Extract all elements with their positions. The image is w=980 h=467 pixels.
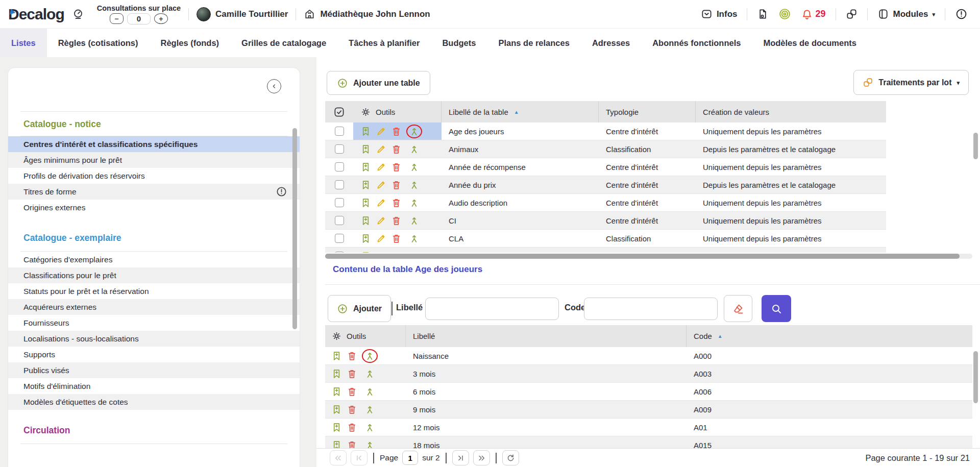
sidebar-item[interactable]: Statuts pour le prêt et la réservation [8, 283, 300, 299]
delete-icon[interactable] [347, 440, 357, 449]
add-value-icon[interactable] [360, 144, 371, 155]
add-value-icon[interactable] [360, 233, 371, 244]
row-checkbox[interactable] [335, 162, 344, 171]
label-column-header[interactable]: Libellé [406, 325, 687, 347]
hierarchy-icon[interactable] [364, 422, 375, 433]
table-label-cell[interactable]: Année de récompense [442, 158, 599, 176]
sidebar-item[interactable]: Motifs d'élimination [8, 378, 300, 394]
tab[interactable]: Tâches à planifier [337, 29, 431, 57]
delete-icon[interactable] [391, 126, 402, 137]
sidebar-item[interactable]: Modèles d'étiquettes de cotes [8, 394, 300, 410]
code-column-header[interactable]: Code ▲ [687, 325, 972, 347]
add-value-icon[interactable] [331, 440, 342, 449]
sidebar-item[interactable]: Catégories d'exemplaires [8, 252, 300, 267]
typology-column-header[interactable]: Typologie [599, 101, 696, 122]
sidebar-item[interactable]: Fournisseurs [8, 315, 300, 331]
edit-icon[interactable] [376, 180, 386, 190]
edit-icon[interactable] [376, 162, 386, 173]
tab[interactable]: Règles (fonds) [149, 29, 230, 57]
hierarchy-icon[interactable] [409, 251, 420, 253]
delete-icon[interactable] [347, 386, 357, 397]
row-checkbox[interactable] [335, 252, 344, 253]
add-value-icon[interactable] [331, 404, 342, 415]
app-logo[interactable]: Decalog [8, 6, 64, 23]
value-label-cell[interactable]: 9 mois [406, 401, 687, 418]
table-label-cell[interactable]: Age des joueurs [442, 122, 599, 140]
edit-icon[interactable] [376, 198, 386, 208]
sidebar-collapse-button[interactable] [267, 79, 281, 93]
tab[interactable]: Grilles de catalogage [230, 29, 337, 57]
last-page-button[interactable] [473, 450, 490, 465]
batch-actions-button[interactable]: Traitements par lot ▾ [853, 70, 969, 95]
sidebar-item[interactable]: Localisations - sous-localisations [8, 331, 300, 347]
help-icon[interactable] [955, 8, 968, 20]
sidebar-item[interactable]: Âges minimums pour le prêt [8, 152, 300, 168]
add-value-icon[interactable] [360, 251, 371, 253]
tab[interactable]: Plans de relances [487, 29, 580, 57]
edit-icon[interactable] [376, 144, 386, 155]
counter-value-field[interactable] [127, 13, 151, 24]
sidebar-item[interactable]: Publics visés [8, 362, 300, 378]
hierarchy-icon[interactable] [364, 440, 375, 449]
tables-list-scrollbar[interactable] [973, 133, 978, 159]
table-label-cell[interactable]: Audio description [442, 194, 599, 211]
chain-icon[interactable] [846, 8, 857, 20]
sidebar-item[interactable]: Titres de forme [8, 184, 300, 200]
horizontal-scrollbar[interactable] [325, 254, 972, 259]
delete-icon[interactable] [391, 215, 402, 226]
hierarchy-icon[interactable] [409, 215, 420, 226]
hierarchy-icon[interactable] [409, 162, 420, 173]
table-label-cell[interactable]: CI [442, 212, 599, 229]
sidebar-scrollbar[interactable] [292, 128, 297, 329]
row-checkbox[interactable] [335, 216, 344, 225]
edit-icon[interactable] [376, 126, 386, 137]
modules-menu[interactable]: Modules ▾ [877, 8, 935, 20]
table-label-cell[interactable]: Animaux [442, 140, 599, 158]
table-content-scrollbar[interactable] [973, 351, 978, 403]
hierarchy-icon[interactable] [409, 198, 420, 208]
sidebar-item[interactable]: Origines externes [8, 200, 300, 215]
delete-icon[interactable] [391, 251, 402, 253]
clear-filters-button[interactable] [724, 295, 752, 322]
page-number-input[interactable] [402, 451, 418, 465]
value-label-cell[interactable]: 12 mois [406, 419, 687, 436]
value-label-cell[interactable]: 18 mois [406, 436, 687, 448]
row-checkbox[interactable] [335, 180, 344, 189]
row-checkbox[interactable] [335, 234, 344, 243]
library-selector[interactable]: Médiathèque John Lennon [304, 8, 430, 20]
code-filter-input[interactable] [584, 298, 718, 320]
edit-icon[interactable] [376, 233, 386, 244]
libelle-filter-input[interactable] [425, 298, 559, 320]
sidebar-item[interactable]: Supports [8, 347, 300, 362]
add-value-icon[interactable] [360, 215, 371, 226]
edit-icon[interactable] [376, 251, 386, 253]
value-label-cell[interactable]: 3 mois [406, 365, 687, 382]
table-label-cell[interactable] [442, 248, 599, 253]
sidebar-item[interactable]: Centres d'intérêt et classifications spé… [8, 136, 300, 152]
add-value-button[interactable]: Ajouter [328, 295, 391, 322]
value-label-cell[interactable]: Naissance [406, 347, 687, 364]
tab[interactable]: Budgets [431, 29, 487, 57]
delete-icon[interactable] [391, 180, 402, 190]
tab[interactable]: Adresses [581, 29, 641, 57]
delete-icon[interactable] [347, 404, 357, 415]
search-button[interactable] [762, 295, 791, 322]
next-page-button[interactable] [452, 450, 469, 465]
label-column-header[interactable]: Libellé de la table ▲ [442, 101, 599, 122]
add-value-icon[interactable] [360, 126, 371, 137]
row-checkbox[interactable] [335, 144, 344, 154]
creation-column-header[interactable]: Création de valeurs [696, 101, 886, 122]
user-menu[interactable]: Camille Tourtillier [197, 7, 288, 21]
delete-icon[interactable] [391, 233, 402, 244]
refresh-button[interactable] [502, 450, 519, 465]
hierarchy-icon[interactable] [364, 351, 375, 361]
counter-minus-button[interactable]: − [110, 13, 124, 24]
add-value-icon[interactable] [331, 386, 342, 397]
sidebar-item[interactable]: Acquéreurs externes [8, 299, 300, 315]
row-checkbox[interactable] [335, 198, 344, 207]
infos-button[interactable]: Infos [701, 8, 738, 20]
add-table-button[interactable]: Ajouter une table [327, 71, 430, 95]
add-value-icon[interactable] [360, 162, 371, 173]
row-checkbox[interactable] [335, 127, 344, 136]
tab[interactable]: Listes [0, 29, 47, 57]
